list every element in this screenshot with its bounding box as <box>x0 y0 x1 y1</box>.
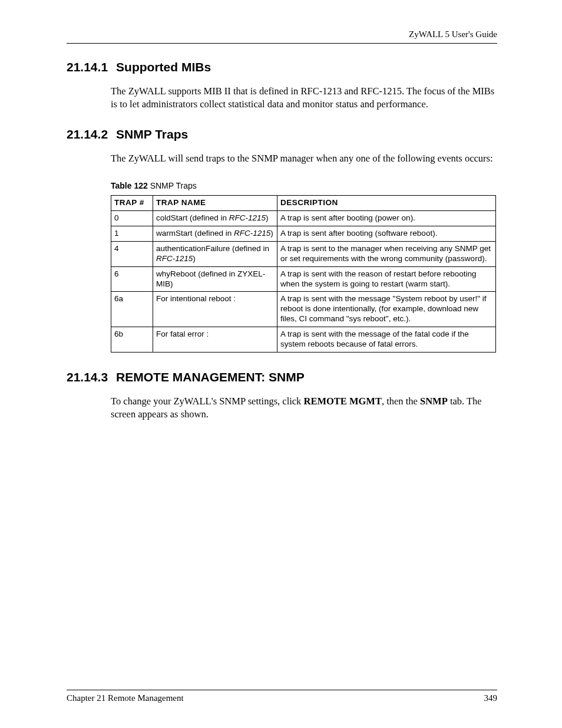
cell-trap-name: For fatal error : <box>153 327 277 353</box>
footer-chapter: Chapter 21 Remote Management <box>67 693 184 703</box>
table-row: 6a For intentional reboot : A trap is se… <box>111 292 496 327</box>
table-caption: Table 122 SNMP Traps <box>111 181 497 190</box>
cell-trap-name: whyReboot (defined in ZYXEL-MIB) <box>153 266 277 292</box>
col-trap-number: TRAP # <box>111 196 153 211</box>
section-title: REMOTE MANAGEMENT: SNMP <box>116 370 305 384</box>
section-title: SNMP Traps <box>116 127 188 141</box>
cell-trap-number: 1 <box>111 226 153 242</box>
table-row: 4 authenticationFailure (defined in RFC-… <box>111 241 496 266</box>
table-header-row: TRAP # TRAP NAME DESCRIPTION <box>111 196 496 211</box>
section-heading-3: 21.14.3REMOTE MANAGEMENT: SNMP <box>67 370 497 384</box>
table-caption-title: SNMP Traps <box>148 181 197 190</box>
cell-trap-number: 6b <box>111 327 153 353</box>
footer-rule <box>67 690 497 690</box>
section-body-2: The ZyWALL will send traps to the SNMP m… <box>111 152 497 165</box>
section-body-3: To change your ZyWALL's SNMP settings, c… <box>111 395 497 421</box>
section-number: 21.14.2 <box>67 127 108 141</box>
cell-trap-name: authenticationFailure (defined in RFC-12… <box>153 241 277 266</box>
cell-description: A trap is sent after booting (software r… <box>277 226 496 242</box>
cell-description: A trap is sent with the message of the f… <box>277 327 496 353</box>
footer-page-number: 349 <box>484 693 498 703</box>
page-footer: Chapter 21 Remote Management 349 <box>67 690 497 703</box>
cell-trap-number: 6 <box>111 266 153 292</box>
cell-description: A trap is sent with the reason of restar… <box>277 266 496 292</box>
cell-trap-number: 4 <box>111 241 153 266</box>
header-rule <box>67 43 497 44</box>
section-number: 21.14.3 <box>67 370 108 384</box>
section-number: 21.14.1 <box>67 60 108 74</box>
col-trap-name: TRAP NAME <box>153 196 277 211</box>
section-title: Supported MIBs <box>116 60 211 74</box>
cell-trap-name: coldStart (defined in RFC-1215) <box>153 211 277 226</box>
cell-trap-name: warmStart (defined in RFC-1215) <box>153 226 277 242</box>
cell-trap-number: 0 <box>111 211 153 226</box>
table-row: 0 coldStart (defined in RFC-1215) A trap… <box>111 211 496 226</box>
section-heading-2: 21.14.2SNMP Traps <box>67 127 497 141</box>
header-guide-title: ZyWALL 5 User's Guide <box>67 29 497 39</box>
cell-description: A trap is sent after booting (power on). <box>277 211 496 226</box>
table-row: 1 warmStart (defined in RFC-1215) A trap… <box>111 226 496 242</box>
table-caption-number: Table 122 <box>111 181 148 190</box>
snmp-traps-table: TRAP # TRAP NAME DESCRIPTION 0 coldStart… <box>111 195 496 353</box>
cell-trap-number: 6a <box>111 292 153 327</box>
cell-trap-name: For intentional reboot : <box>153 292 277 327</box>
table-row: 6b For fatal error : A trap is sent with… <box>111 327 496 353</box>
cell-description: A trap is sent to the manager when recei… <box>277 241 496 266</box>
col-description: DESCRIPTION <box>277 196 496 211</box>
table-row: 6 whyReboot (defined in ZYXEL-MIB) A tra… <box>111 266 496 292</box>
section-body-1: The ZyWALL supports MIB II that is defin… <box>111 85 497 111</box>
section-heading-1: 21.14.1Supported MIBs <box>67 60 497 74</box>
cell-description: A trap is sent with the message "System … <box>277 292 496 327</box>
